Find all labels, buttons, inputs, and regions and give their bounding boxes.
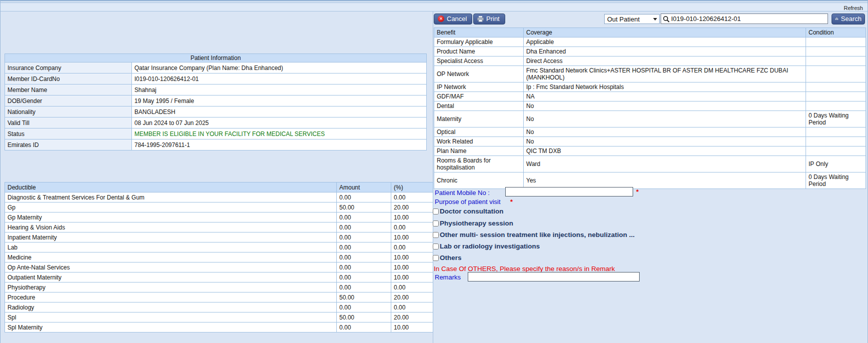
table-row: OP Network Fmc Standard Network Clinics+… (434, 66, 866, 82)
benefit-name: Product Name (434, 47, 524, 56)
benefit-coverage: Direct Access (524, 56, 806, 66)
search-button[interactable]: Search (832, 14, 865, 24)
deductible-name: Op Ante-Natal Services (5, 262, 337, 272)
benefit-condition (806, 102, 866, 111)
cancel-button[interactable]: ✕ Cancel (434, 14, 472, 24)
table-row: Lab 0.00 0.00 (5, 242, 433, 252)
deductible-name: Gp (5, 202, 337, 212)
deductible-name: Physiotherapy (5, 282, 337, 292)
patient-type-select[interactable]: Out Patient (604, 14, 660, 24)
benefit-table: Benefit Coverage Condition Formulary App… (434, 28, 866, 189)
deductible-amount: 50.00 (337, 312, 391, 322)
table-row: Physiotherapy 0.00 0.00 (5, 282, 433, 292)
refresh-link[interactable]: Refresh (844, 4, 863, 12)
table-row: Nationality BANGLADESH (5, 106, 427, 118)
print-button[interactable]: Print (473, 14, 505, 24)
field-value: Shahnaj (132, 84, 427, 96)
patient-info-table: Patient Information Insurance Company Qa… (4, 54, 427, 150)
benefit-name: Dental (434, 102, 524, 111)
search-input[interactable] (670, 15, 826, 22)
physiotherapy-session-checkbox[interactable] (433, 220, 439, 226)
deductible-amount: 50.00 (337, 292, 391, 302)
field-value: 08 Jun 2024 to 07 Jun 2025 (132, 118, 427, 128)
option-other-multi-session[interactable]: Other multi- session treatment like inje… (433, 231, 635, 238)
binoculars-icon (835, 16, 839, 22)
option-others[interactable]: Others (433, 254, 462, 262)
table-row: Optical No (434, 128, 866, 137)
table-row: Spl Maternity 0.00 10.00 (5, 322, 433, 332)
option-label: Physiotherapy session (440, 220, 513, 227)
benefit-coverage: QIC TM DXB (524, 146, 806, 156)
field-label: Nationality (5, 106, 132, 118)
table-row: Spl 50.00 20.00 (5, 312, 433, 322)
other-multi-session-checkbox[interactable] (433, 232, 439, 238)
option-label: Other multi- session treatment like inje… (440, 231, 635, 238)
others-checkbox[interactable] (433, 255, 439, 261)
option-lab-or-radiology[interactable]: Lab or radiology investigations (433, 242, 540, 250)
benefit-condition (806, 56, 866, 66)
table-row: Op Ante-Natal Services 0.00 10.00 (5, 262, 433, 272)
table-row: Medicine 0.00 10.00 (5, 252, 433, 262)
deductible-amount: 0.00 (337, 282, 391, 292)
remarks-input[interactable] (468, 272, 640, 282)
deductible-pct: 10.00 (391, 272, 433, 282)
benefit-coverage: NA (524, 92, 806, 102)
status-badge: MEMBER IS ELIGIBLE IN YOUR FACILITY FOR … (132, 128, 427, 140)
deductible-pct: 0.00 (391, 222, 433, 232)
table-row: Specialist Access Direct Access (434, 56, 866, 66)
option-doctor-consultation[interactable]: Doctor consultation (433, 208, 504, 215)
required-marker: * (636, 188, 639, 196)
table-row: Dental No (434, 102, 866, 111)
table-row: Maternity No 0 Days Waiting Period (434, 111, 866, 128)
deductible-pct: 20.00 (391, 202, 433, 212)
deductible-name: Gp Maternity (5, 212, 337, 222)
deductible-pct: 0.00 (391, 282, 433, 292)
deductible-amount: 0.00 (337, 222, 391, 232)
benefit-condition (806, 82, 866, 92)
required-marker: * (510, 198, 513, 206)
benefit-condition (806, 92, 866, 102)
table-row: Outpatient Maternity 0.00 10.00 (5, 272, 433, 282)
field-label: Valid Till (5, 118, 132, 128)
search-button-label: Search (841, 15, 862, 22)
benefit-coverage: Applicable (524, 38, 806, 47)
deductible-pct: 10.00 (391, 252, 433, 262)
table-row: Emirates ID 784-1995-2097611-1 (5, 140, 427, 150)
benefit-name: Chronic (434, 172, 524, 189)
table-row: Work Related No (434, 137, 866, 146)
benefit-name: Plan Name (434, 146, 524, 156)
table-row: Formulary Applicable Applicable (434, 38, 866, 47)
benefit-name: Optical (434, 128, 524, 137)
table-row: GDF/MAF NA (434, 92, 866, 102)
deductible-pct: 20.00 (391, 312, 433, 322)
benefit-coverage: No (524, 128, 806, 137)
table-row: Procedure 50.00 20.00 (5, 292, 433, 302)
deductible-pct: 0.00 (391, 242, 433, 252)
benefit-coverage: Fmc Standard Network Clinics+ASTER HOSPI… (524, 66, 806, 82)
remarks-label: Remarks (435, 274, 461, 281)
benefit-name: Work Related (434, 137, 524, 146)
mobile-input[interactable] (505, 187, 633, 196)
deductible-name: Inpatient Maternity (5, 232, 337, 242)
field-value: BANGLADESH (132, 106, 427, 118)
table-row: IP Network Ip : Fmc Standard Network Hos… (434, 82, 866, 92)
table-row: Product Name Dha Enhanced (434, 47, 866, 56)
lab-or-radiology-checkbox[interactable] (433, 244, 439, 250)
deductible-pct: 10.00 (391, 262, 433, 272)
table-row: Member ID-CardNo I019-010-120626412-01 (5, 74, 427, 84)
benefit-name: Specialist Access (434, 56, 524, 66)
table-row: Plan Name QIC TM DXB (434, 146, 866, 156)
table-row: Radiology 0.00 0.00 (5, 302, 433, 312)
field-value: I019-010-120626412-01 (132, 74, 427, 84)
column-header: Amount (337, 182, 391, 192)
benefit-name: GDF/MAF (434, 92, 524, 102)
eligibility-screen: Refresh Patient Information Insurance Co… (0, 0, 868, 343)
deductible-name: Lab (5, 242, 337, 252)
option-physiotherapy-session[interactable]: Physiotherapy session (433, 220, 513, 227)
cancel-icon: ✕ (438, 16, 444, 22)
doctor-consultation-checkbox[interactable] (433, 208, 439, 214)
benefit-condition: 0 Days Waiting Period (806, 111, 866, 128)
cancel-label: Cancel (447, 15, 467, 22)
benefit-name: Formulary Applicable (434, 38, 524, 47)
patient-info-header-row: Patient Information (5, 54, 427, 62)
